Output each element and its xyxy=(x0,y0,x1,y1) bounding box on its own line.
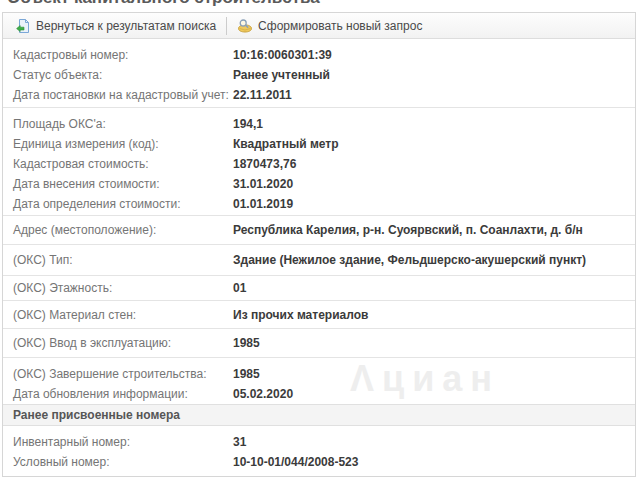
section-cadastral-info: Кадастровый номер: 10:16:0060301:39 Стат… xyxy=(3,39,635,107)
field-label: Дата постановки на кадастровый учет: xyxy=(13,85,229,105)
field-row-oks-floors: (ОКС) Этажность: 01 xyxy=(3,278,635,298)
field-value: 31.01.2020 xyxy=(233,174,293,194)
field-row-commissioning-year: (ОКС) Ввод в эксплуатацию: 1985 xyxy=(3,333,635,353)
field-value: 31 xyxy=(233,432,246,452)
field-label: Дата обновления информации: xyxy=(13,384,188,404)
field-label: (ОКС) Материал стен: xyxy=(13,305,136,325)
field-label: Дата внесения стоимости: xyxy=(13,174,160,194)
field-row-area: Площадь ОКС'а: 194,1 xyxy=(3,114,635,134)
section-previous-numbers: Инвентарный номер: 31 Условный номер: 10… xyxy=(3,426,635,476)
field-label: (ОКС) Этажность: xyxy=(13,278,112,298)
field-value: Республика Карелия, р-н. Суоярвский, п. … xyxy=(233,220,583,240)
new-query-button[interactable]: Сформировать новый запрос xyxy=(231,15,428,37)
section-oks-floors: (ОКС) Этажность: 01 xyxy=(3,275,635,300)
field-row-oks-type: (ОКС) Тип: Здание (Нежилое здание, Фельд… xyxy=(3,250,635,270)
section-address: Адрес (местоположение): Республика Карел… xyxy=(3,215,635,244)
field-label: Кадастровая стоимость: xyxy=(13,154,149,174)
field-value: 01.01.2019 xyxy=(233,194,293,214)
field-label: Площадь ОКС'а: xyxy=(13,114,106,134)
field-value: 10-10-01/044/2008-523 xyxy=(233,452,358,472)
section-oks-wall-material: (ОКС) Материал стен: Из прочих материало… xyxy=(3,300,635,328)
content-panel: Вернуться к результатам поиска Сформиров… xyxy=(2,12,636,477)
section-oks-type: (ОКС) Тип: Здание (Нежилое здание, Фельд… xyxy=(3,244,635,275)
field-row-address: Адрес (местоположение): Республика Карел… xyxy=(3,220,635,240)
field-label: Условный номер: xyxy=(13,452,110,472)
page-title: Объект капитального строительства xyxy=(7,0,320,8)
field-value: 22.11.2011 xyxy=(233,85,292,105)
field-row-object-status: Статус объекта: Ранее учтенный xyxy=(3,65,635,85)
field-label: Статус объекта: xyxy=(13,65,102,85)
field-value: 1870473,76 xyxy=(233,154,296,174)
field-value: Из прочих материалов xyxy=(233,305,368,325)
back-page-arrow-icon xyxy=(15,18,31,34)
field-value: 194,1 xyxy=(233,114,263,134)
section-completion-update: (ОКС) Завершение строительства: 1985 Дат… xyxy=(3,357,635,404)
field-value: Ранее учтенный xyxy=(233,65,330,85)
field-label: (ОКС) Тип: xyxy=(13,250,73,270)
field-value: 05.02.2020 xyxy=(233,384,293,404)
toolbar: Вернуться к результатам поиска Сформиров… xyxy=(3,13,635,39)
field-value: 10:16:0060301:39 xyxy=(233,45,332,65)
field-label: Единица измерения (код): xyxy=(13,134,159,154)
back-to-results-label: Вернуться к результатам поиска xyxy=(36,19,216,33)
section-area-cost: Площадь ОКС'а: 194,1 Единица измерения (… xyxy=(3,107,635,215)
section-oks-commissioning: (ОКС) Ввод в эксплуатацию: 1985 xyxy=(3,328,635,357)
field-row-cost-entry-date: Дата внесения стоимости: 31.01.2020 xyxy=(3,174,635,194)
field-label: Адрес (местоположение): xyxy=(13,220,156,240)
field-row-conditional-number: Условный номер: 10-10-01/044/2008-523 xyxy=(3,452,635,472)
field-row-cadastral-number: Кадастровый номер: 10:16:0060301:39 xyxy=(3,45,635,65)
new-query-label: Сформировать новый запрос xyxy=(258,19,422,33)
field-value: Квадратный метр xyxy=(233,134,339,154)
field-row-cost-determination-date: Дата определения стоимости: 01.01.2019 xyxy=(3,194,635,214)
new-query-search-icon xyxy=(237,18,253,34)
section-header-previously-assigned-numbers: Ранее присвоенные номера xyxy=(3,404,635,426)
field-value: 1985 xyxy=(233,333,260,353)
field-label: Дата определения стоимости: xyxy=(13,194,180,214)
back-to-results-button[interactable]: Вернуться к результатам поиска xyxy=(9,15,222,37)
field-row-registration-date: Дата постановки на кадастровый учет: 22.… xyxy=(3,85,635,105)
toolbar-divider xyxy=(226,17,227,35)
field-row-construction-completion: (ОКС) Завершение строительства: 1985 xyxy=(3,364,635,384)
field-value: 1985 xyxy=(233,364,260,384)
field-label: Инвентарный номер: xyxy=(13,432,130,452)
field-value: 01 xyxy=(233,278,246,298)
field-row-wall-material: (ОКС) Материал стен: Из прочих материало… xyxy=(3,305,635,325)
field-label: (ОКС) Ввод в эксплуатацию: xyxy=(13,333,171,353)
field-row-cadastral-cost: Кадастровая стоимость: 1870473,76 xyxy=(3,154,635,174)
field-value: Здание (Нежилое здание, Фельдшерско-акуш… xyxy=(233,250,586,270)
field-row-unit: Единица измерения (код): Квадратный метр xyxy=(3,134,635,154)
field-row-inventory-number: Инвентарный номер: 31 xyxy=(3,432,635,452)
field-label: (ОКС) Завершение строительства: xyxy=(13,364,207,384)
field-label: Кадастровый номер: xyxy=(13,45,128,65)
field-row-info-update-date: Дата обновления информации: 05.02.2020 xyxy=(3,384,635,404)
